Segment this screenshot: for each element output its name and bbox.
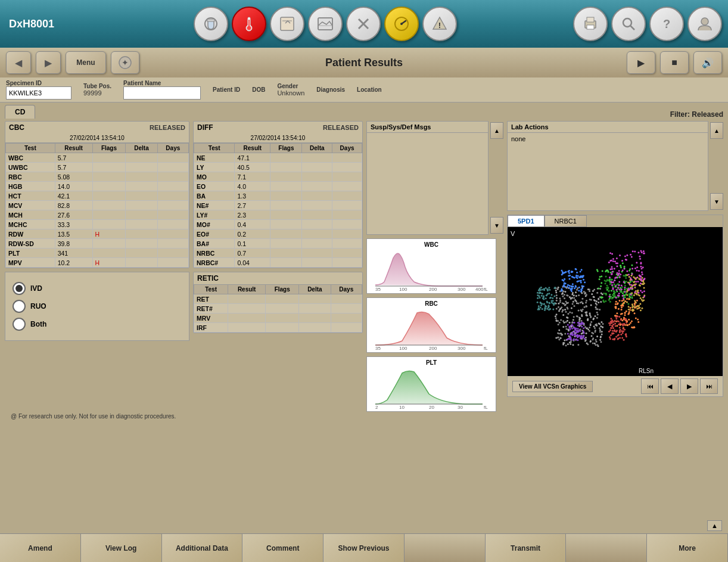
cancel-button[interactable]: [346, 7, 381, 41]
svg-point-664: [626, 298, 628, 300]
lab-actions-title: Lab Actions: [508, 122, 708, 133]
svg-point-388: [602, 270, 603, 272]
calibration-button[interactable]: [270, 7, 304, 41]
diff-table-row: EO4.0: [194, 182, 362, 191]
diff-cell-flags: [270, 220, 302, 229]
svg-point-362: [622, 293, 624, 294]
svg-point-866: [540, 302, 542, 304]
cbc-table-row: HGB14.0: [6, 182, 189, 191]
additional-data-button[interactable]: Additional Data: [162, 534, 243, 562]
view-all-vcsn-button[interactable]: View All VCSn Graphics: [512, 381, 593, 392]
cbc-cell-result: 82.8: [55, 201, 92, 210]
diff-cell-result: 0.7: [235, 249, 270, 258]
svg-point-564: [577, 280, 579, 282]
msgs-scroll-down[interactable]: ▼: [490, 217, 503, 234]
svg-point-275: [565, 321, 567, 323]
svg-point-949: [642, 283, 643, 285]
amend-button[interactable]: Amend: [0, 534, 81, 562]
retic-header: RETIC: [194, 272, 362, 284]
stop-button[interactable]: ■: [660, 51, 689, 74]
comment-button[interactable]: Comment: [242, 534, 323, 562]
cbc-date: 27/02/2014 13:54:10: [5, 133, 189, 143]
patient-info-bar: Specimen ID Tube Pos. 99999 Patient Name…: [0, 77, 728, 103]
svg-point-963: [643, 287, 645, 288]
more-button[interactable]: More: [647, 534, 728, 562]
svg-point-293: [596, 344, 598, 346]
svg-point-648: [637, 319, 639, 321]
svg-point-390: [601, 275, 602, 277]
svg-point-632: [637, 321, 639, 323]
ivd-radio-item[interactable]: IVD: [13, 282, 182, 295]
diff-cell-test: EO: [194, 182, 235, 191]
specimen-id-input[interactable]: [6, 86, 71, 100]
speed-button[interactable]: [384, 7, 419, 41]
svg-point-331: [602, 326, 603, 328]
svg-point-979: [637, 290, 639, 291]
play-button[interactable]: ▶: [627, 51, 655, 74]
volume-button[interactable]: 🔊: [693, 51, 722, 74]
cbc-cell-flags: H: [92, 229, 126, 239]
lab-scroll-down[interactable]: ▼: [710, 193, 723, 210]
svg-point-614: [630, 322, 631, 324]
both-radio-circle[interactable]: [13, 318, 26, 331]
back-button[interactable]: ◀: [6, 51, 31, 74]
msgs-content: [367, 133, 488, 234]
patient-name-input[interactable]: [123, 86, 201, 100]
both-radio-item[interactable]: Both: [13, 318, 182, 331]
user-button[interactable]: [687, 7, 722, 41]
svg-point-324: [595, 330, 596, 331]
diff-title: DIFF: [197, 123, 213, 132]
search-button[interactable]: [611, 7, 646, 41]
msgs-scroll-up[interactable]: ▲: [490, 122, 503, 139]
vcsn-next-button[interactable]: ▶: [680, 378, 698, 394]
cbc-cell-days: [157, 153, 188, 163]
svg-point-651: [615, 303, 617, 305]
view-log-button[interactable]: View Log: [81, 534, 162, 562]
vcsn-prev-button[interactable]: ◀: [661, 378, 679, 394]
svg-point-142: [586, 300, 587, 302]
svg-point-969: [631, 275, 633, 277]
samples-button[interactable]: [194, 7, 228, 41]
ruo-radio-item[interactable]: RUO: [13, 300, 182, 313]
svg-text:200: 200: [429, 346, 437, 350]
vcsn-last-button[interactable]: ⏭: [700, 378, 718, 394]
alert-button[interactable]: !: [422, 7, 457, 41]
svg-point-1047: [643, 250, 645, 252]
vcsn-tab-5pd1[interactable]: 5PD1: [508, 215, 545, 227]
svg-point-737: [615, 318, 617, 319]
vcsn-tab-nrbc1[interactable]: NRBC1: [545, 215, 587, 227]
menu-button[interactable]: Menu: [66, 51, 106, 74]
ivd-radio-circle[interactable]: [13, 282, 26, 295]
print-button[interactable]: [573, 7, 608, 41]
diff-cell-result: 7.1: [235, 172, 270, 182]
svg-point-65: [558, 287, 559, 288]
svg-text:fL: fL: [484, 346, 488, 350]
lab-scroll-up[interactable]: ▲: [710, 122, 723, 139]
svg-point-301: [596, 292, 598, 294]
cd-tab[interactable]: CD: [5, 105, 35, 119]
svg-point-886: [543, 289, 545, 291]
svg-point-213: [593, 299, 595, 301]
vcsn-first-button[interactable]: ⏮: [641, 378, 659, 394]
cbc-cell-days: [157, 258, 188, 268]
svg-point-722: [615, 331, 617, 333]
temperature-button[interactable]: [232, 7, 266, 41]
diff-cell-test: EO#: [194, 229, 235, 239]
retic-col-delta: Delta: [299, 285, 331, 294]
help-button[interactable]: ?: [649, 7, 684, 41]
transmit-button[interactable]: Transmit: [486, 534, 567, 562]
show-previous-button[interactable]: Show Previous: [323, 534, 405, 562]
svg-point-1002: [635, 281, 637, 282]
action-button[interactable]: ✦: [111, 51, 139, 74]
svg-point-998: [611, 266, 612, 268]
scroll-indicator[interactable]: ▲: [707, 520, 722, 531]
svg-point-1088: [611, 259, 612, 261]
svg-point-121: [580, 320, 582, 322]
svg-point-653: [614, 306, 616, 308]
lab-actions-row: Lab Actions none ▲ ▼: [507, 121, 723, 211]
forward-button[interactable]: ▶: [36, 51, 61, 74]
svg-point-92: [597, 313, 599, 315]
ruo-radio-circle[interactable]: [13, 300, 26, 313]
image-button[interactable]: [308, 7, 343, 41]
svg-point-247: [592, 337, 594, 339]
